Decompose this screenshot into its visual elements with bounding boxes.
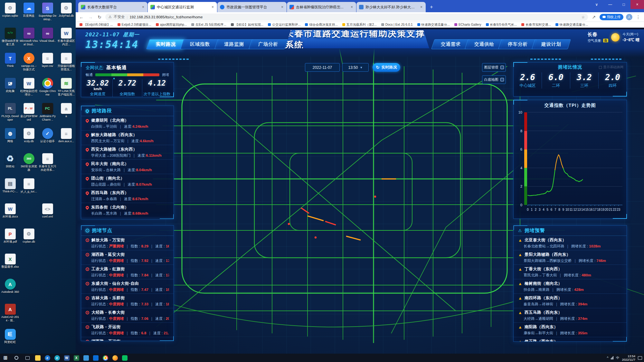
desktop-icon[interactable]: Xxampp-co..- 快捷方式 [20, 52, 38, 77]
desktop-icon[interactable]: AAutodesk 360 [1, 278, 19, 302]
congested-node-item[interactable]: 解放大路 - 万宝街运行状态 : 严重拥堵｜指数 : 8.29｜速度 : 16.… [81, 236, 174, 250]
congested-road-item[interactable]: 西四马路（东向西）汪清路→永春路｜速度:8.67km/h [81, 189, 174, 203]
desktop-icon[interactable]: ⚙ccplan.sqlite [1, 2, 19, 26]
congested-road-item[interactable]: 解放大路辅路（西向东）西民主大街→万宝街｜速度:4.6km/h [81, 131, 174, 145]
desktop-icon[interactable]: P水环境.pdf [1, 228, 19, 252]
browser-tab[interactable]: 孙少林大夫好不好.孙少林大夫...× [356, 2, 426, 12]
ime-indicator[interactable]: 中 [616, 356, 619, 360]
basemap-button[interactable]: 白底地图 [482, 75, 506, 84]
taskbar-start[interactable]: ⊞ [0, 354, 11, 362]
desktop-icon[interactable]: 360360安全浏览器 [20, 153, 38, 177]
maximize-button[interactable]: □ [617, 0, 630, 9]
new-tab-button[interactable]: + [427, 3, 436, 11]
desktop-icon[interactable]: ≡layer.csv [38, 52, 57, 77]
desktop-icon[interactable]: ≋TP-LINK无线客户端应用... [57, 77, 75, 102]
tpi-line-chart[interactable]: 0246810012345678910111213141516171819202… [515, 109, 626, 215]
bookmark-item[interactable]: ajax调用返回php... [156, 23, 187, 27]
desktop-icon[interactable]: AAutoCAD 2014 - 简.. [1, 303, 19, 328]
bookmark-item[interactable]: 五月浅载系列（第2... [342, 23, 377, 27]
warning-item[interactable]: ▲北亚泰大街（西向东）长春北收费站→北四环路｜拥堵长度 : 1028m [514, 236, 627, 250]
back-icon[interactable]: ← [78, 14, 85, 20]
tab-交通需求[interactable]: 交通需求 [431, 39, 470, 49]
desktop-icon[interactable]: <>conf.xml [38, 203, 57, 227]
window-chevron-icon[interactable]: ∨ [590, 0, 603, 9]
bookmark-item[interactable]: Extjs6.2.0搭建项目... [118, 23, 151, 27]
bookmark-item[interactable]: 综合会商决策支持... [305, 23, 337, 27]
desktop-icon[interactable]: W长春市建成区内涝... [57, 27, 75, 51]
share-icon[interactable]: ↗ [591, 14, 597, 20]
bookmark-item[interactable]: 快速路交通流量分... [555, 23, 588, 27]
desktop-icon[interactable]: ▤Think-PC-... [1, 178, 19, 202]
fingerprint-upload-chip[interactable]: 指纹上传 [600, 14, 623, 20]
desktop-icon[interactable]: ∞Visual Stud.. [38, 27, 57, 51]
bookmark-item[interactable]: Docs | Ext JS 6.0.1 [381, 23, 413, 26]
congested-road-item[interactable]: 健康胡同（北向南）白强街→平治街｜速度:4.24km/h [81, 116, 174, 131]
tab-实时路况[interactable]: 实时路况 [146, 39, 185, 49]
desktop-icon[interactable]: ≡dem.aux.x... [57, 127, 75, 152]
congested-road-item[interactable]: 西安大路辅路（东向西）学府大道→208医院南门｜速度:6.11km/h [81, 145, 174, 160]
warning-item[interactable]: ▲西五马路（西向东）大经路→通顺胡同｜拥堵长度 : 374m [514, 308, 627, 323]
desktop-icon[interactable]: ∞Microsoft Visual Stud.. [20, 27, 38, 51]
congested-node-item[interactable]: 湖西路 - 开运街 [81, 337, 174, 341]
congested-road-item[interactable]: 飞跃路（东向西）硅谷大街辅路出口→…｜速度:8.73km/h [81, 218, 174, 219]
bookmark-item[interactable]: ECharts Gallery [454, 23, 481, 26]
warning-item[interactable]: ▲修正路（西向东）吉大前卫小区北一门→致远路｜拥堵长度 : 349m [514, 337, 627, 342]
congested-node-item[interactable]: 飞跃路 - 开运街运行状态 : 中度拥堵｜指数 : 6.8｜速度 : 21.17… [81, 323, 174, 337]
security-label[interactable]: 不安全 [114, 14, 125, 19]
congested-node-item[interactable]: 东盛大街 - 仙台大街-自由运行状态 : 中度拥堵｜指数 : 7.47｜速度 :… [81, 279, 174, 294]
profile-avatar[interactable]: 人 [626, 14, 632, 20]
congested-road-item[interactable]: 团山街（南向北）团山花园→鼎信街｜速度:8.07km/h [81, 174, 174, 189]
desktop-icon[interactable]: 旺阿里旺旺 [1, 328, 19, 353]
tab-close-icon[interactable]: × [420, 5, 423, 9]
notification-center-icon[interactable] [638, 356, 642, 360]
congested-road-item[interactable]: 东四条街（北向南）长白路→黑水路｜速度:8.68km/h [81, 203, 174, 218]
desktop-icon[interactable]: W水环境.docx [1, 203, 19, 227]
desktop-icon[interactable]: Google Chrome [38, 77, 57, 102]
bookmark-item[interactable]: 在Ext JS 5应用程序... [191, 23, 226, 27]
warning-item[interactable]: ▲南四环路（东向西）秦皇岛路→祥禄街｜拥堵长度 : 394m [514, 294, 627, 308]
desktop-icon[interactable]: ◍网络 [1, 127, 19, 152]
taskbar-chrome[interactable] [100, 354, 110, 362]
tab-广场分析[interactable]: 广场分析 [249, 39, 288, 49]
tab-close-icon[interactable]: × [141, 5, 145, 9]
tray-caret-icon[interactable]: ^ [607, 356, 609, 360]
taskbar-wechat[interactable] [120, 354, 129, 362]
desktop-icon[interactable]: ≡升级版问题检查情况... [57, 52, 75, 77]
desktop-icon[interactable]: ⚙xcdy.db [20, 127, 38, 152]
desktop-icon[interactable]: W杜绝短副总经理分... [20, 77, 38, 102]
taskbar-clock[interactable]: 13:54 2022/11/7 [622, 354, 635, 361]
taskbar-ie[interactable]: e [43, 354, 52, 362]
congested-node-item[interactable]: 大经路 - 长春大街运行状态 : 中度拥堵｜指数 : 7.06｜速度 : 20.… [81, 308, 174, 323]
network-icon[interactable] [611, 356, 613, 359]
taskbar-search[interactable] [11, 354, 22, 362]
desktop-icon[interactable]: ⚙ccplan.db [20, 228, 38, 252]
congested-node-item[interactable]: 吉林大路 - 乐群街运行状态 : 中度拥堵｜指数 : 7.33｜速度 : 18.… [81, 294, 174, 308]
taskbar-edge[interactable]: e [52, 354, 62, 362]
desktop-icon[interactable]: PCJetBrains PyCharm .. [38, 102, 57, 127]
tab-close-icon[interactable]: × [350, 5, 354, 9]
show-base-network-toggle[interactable]: 显示基础路网 [599, 65, 623, 70]
browser-tab[interactable]: 中心城区交通运行监测× [148, 2, 217, 12]
congested-node-item[interactable]: 湖西路 - 延安大街运行状态 : 中度拥堵｜指数 : 7.92｜速度 : 17.… [81, 250, 174, 265]
realtime-traffic-button[interactable]: ↻ 实时路况 [373, 63, 400, 72]
layer-manager-button[interactable]: 图层管理 [482, 63, 506, 72]
tab-道路监测[interactable]: 道路监测 [214, 39, 254, 49]
desktop-icon[interactable]: aa [57, 102, 75, 127]
bookmark-item[interactable]: 长春9月份天气长... [486, 23, 517, 27]
refresh-icon[interactable]: ↻ [96, 14, 103, 20]
desktop-icon[interactable]: X数据需求.xlsx [1, 253, 19, 277]
taskbar-photos[interactable] [81, 354, 91, 362]
warning-item[interactable]: ▲南阳路（西向东）康泰街→和平大街｜拥堵长度 : 355m [514, 323, 627, 337]
bookmark-item[interactable]: 公交运行监测和评... [268, 23, 300, 27]
desktop-icon[interactable]: ⚙JcdyPad.db [57, 2, 75, 26]
congested-road-item[interactable]: 民丰大街（南向北）安乐街→吉林大路｜速度:8.04km/h [81, 160, 174, 174]
desktop-icon[interactable]: ♻回收站 [1, 153, 19, 177]
close-button[interactable]: × [630, 0, 644, 9]
bookmark-item[interactable]: 快速路交通流量分... [417, 23, 450, 27]
desktop-icon[interactable]: ✓认证小助手 [38, 127, 57, 152]
tab-区域指数[interactable]: 区域指数 [180, 39, 220, 49]
warning-item[interactable]: ▲榆树南街（南向北）扶余路→南果路｜拥堵长度 : 428m [514, 279, 627, 294]
taskbar-store[interactable] [91, 354, 100, 362]
desktop-icon[interactable]: P→W金山PDF转Word [20, 102, 38, 127]
bookmark-item[interactable]: 【ExtjsV6.0初级】... [80, 23, 113, 27]
